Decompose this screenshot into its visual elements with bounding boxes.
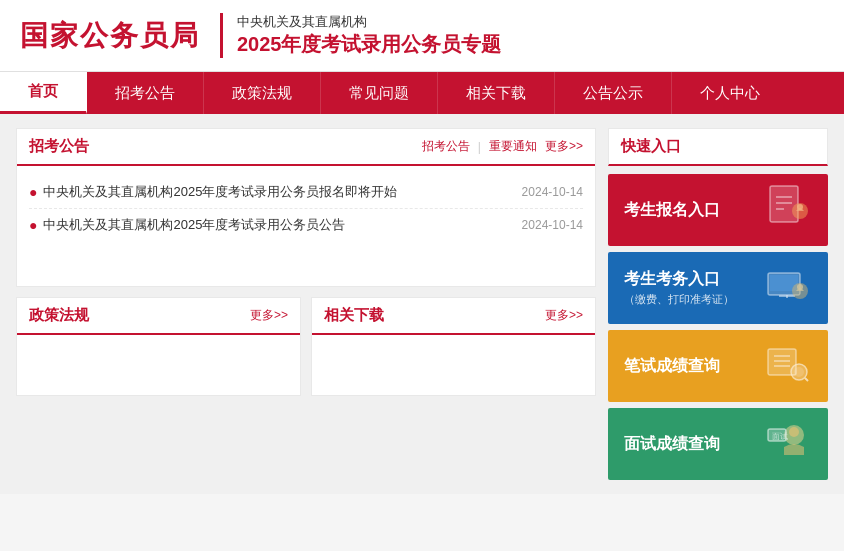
policy-title: 政策法规	[29, 306, 89, 325]
nav-item-announcement[interactable]: 招考公告	[87, 72, 204, 114]
quick-btn-interview-label: 面试成绩查询	[624, 434, 720, 455]
nav-item-personal[interactable]: 个人中心	[672, 72, 788, 114]
nav-item-policy[interactable]: 政策法规	[204, 72, 321, 114]
right-panel: 快速入口 考生报名入口	[608, 128, 828, 480]
filter-link-1[interactable]: 招考公告	[422, 138, 470, 155]
quick-btn-interview[interactable]: 面试成绩查询 面试	[608, 408, 828, 480]
news-item-1[interactable]: ● 中央机关及其直属机构2025年度考试录用公务员公告 2024-10-14	[29, 209, 583, 241]
logo: 国家公务员局	[20, 17, 200, 55]
policy-panel: 政策法规 更多>>	[16, 297, 301, 396]
svg-point-20	[789, 427, 799, 437]
left-panel: 招考公告 招考公告 | 重要通知 更多>> ● 中央机关及其直属机构2025年度…	[16, 128, 596, 480]
news-date-1: 2024-10-14	[522, 218, 583, 232]
quick-access-title: 快速入口	[621, 137, 681, 154]
related-body	[312, 335, 595, 395]
filter-link-2[interactable]: 重要通知	[489, 138, 537, 155]
header: 国家公务员局 中央机关及其直属机构 2025年度考试录用公务员专题	[0, 0, 844, 72]
announcement-title: 招考公告	[29, 137, 89, 156]
related-title: 相关下载	[324, 306, 384, 325]
main-content: 招考公告 招考公告 | 重要通知 更多>> ● 中央机关及其直属机构2025年度…	[0, 114, 844, 494]
quick-btn-exam-text: 考生考务入口 （缴费、打印准考证）	[624, 269, 734, 307]
quick-access-header: 快速入口	[608, 128, 828, 166]
quick-btn-registration-label: 考生报名入口	[624, 200, 720, 221]
svg-text:面试: 面试	[772, 432, 788, 441]
separator: |	[478, 140, 481, 154]
news-bullet-0: ●	[29, 184, 37, 200]
related-more[interactable]: 更多>>	[545, 307, 583, 324]
svg-line-17	[805, 378, 808, 381]
announcement-header-right: 招考公告 | 重要通知 更多>>	[422, 138, 583, 155]
news-date-0: 2024-10-14	[522, 185, 583, 199]
nav-item-notice[interactable]: 公告公示	[555, 72, 672, 114]
nav-item-home[interactable]: 首页	[0, 72, 87, 114]
main-nav: 首页 招考公告 政策法规 常见问题 相关下载 公告公示 个人中心	[0, 72, 844, 114]
quick-btn-score-label: 笔试成绩查询	[624, 356, 720, 377]
subtitle-top: 中央机关及其直属机构	[237, 13, 502, 31]
policy-panel-header: 政策法规 更多>>	[17, 298, 300, 335]
announcement-body: ● 中央机关及其直属机构2025年度考试录用公务员报名即将开始 2024-10-…	[17, 166, 595, 286]
svg-point-5	[797, 204, 803, 210]
svg-point-18	[794, 367, 804, 377]
related-downloads-panel: 相关下载 更多>>	[311, 297, 596, 396]
quick-btn-exam-sublabel: （缴费、打印准考证）	[624, 292, 734, 307]
registration-icon	[762, 181, 812, 240]
header-subtitle: 中央机关及其直属机构 2025年度考试录用公务员专题	[220, 13, 502, 58]
quick-btn-registration-text: 考生报名入口	[624, 200, 720, 221]
policy-body	[17, 335, 300, 395]
quick-btn-registration[interactable]: 考生报名入口	[608, 174, 828, 246]
bottom-panels: 政策法规 更多>> 相关下载 更多>>	[16, 297, 596, 396]
quick-btn-interview-text: 面试成绩查询	[624, 434, 720, 455]
score-icon	[762, 337, 812, 396]
quick-btn-exam-label: 考生考务入口	[624, 269, 734, 290]
news-title-1[interactable]: 中央机关及其直属机构2025年度考试录用公务员公告	[43, 216, 511, 234]
announcement-panel: 招考公告 招考公告 | 重要通知 更多>> ● 中央机关及其直属机构2025年度…	[16, 128, 596, 287]
news-title-0[interactable]: 中央机关及其直属机构2025年度考试录用公务员报名即将开始	[43, 183, 511, 201]
quick-btn-score[interactable]: 笔试成绩查询	[608, 330, 828, 402]
svg-rect-0	[770, 186, 798, 222]
quick-buttons: 考生报名入口 考生考务入口	[608, 174, 828, 480]
interview-icon: 面试	[762, 415, 812, 474]
announcement-panel-header: 招考公告 招考公告 | 重要通知 更多>>	[17, 129, 595, 166]
news-item-0[interactable]: ● 中央机关及其直属机构2025年度考试录用公务员报名即将开始 2024-10-…	[29, 176, 583, 209]
subtitle-bottom: 2025年度考试录用公务员专题	[237, 31, 502, 58]
nav-item-faq[interactable]: 常见问题	[321, 72, 438, 114]
news-bullet-1: ●	[29, 217, 37, 233]
nav-item-download[interactable]: 相关下载	[438, 72, 555, 114]
quick-btn-exam[interactable]: 考生考务入口 （缴费、打印准考证）	[608, 252, 828, 324]
quick-btn-score-text: 笔试成绩查询	[624, 356, 720, 377]
announcement-more[interactable]: 更多>>	[545, 138, 583, 155]
related-panel-header: 相关下载 更多>>	[312, 298, 595, 335]
policy-more[interactable]: 更多>>	[250, 307, 288, 324]
exam-icon	[762, 259, 812, 318]
svg-point-11	[797, 284, 803, 290]
